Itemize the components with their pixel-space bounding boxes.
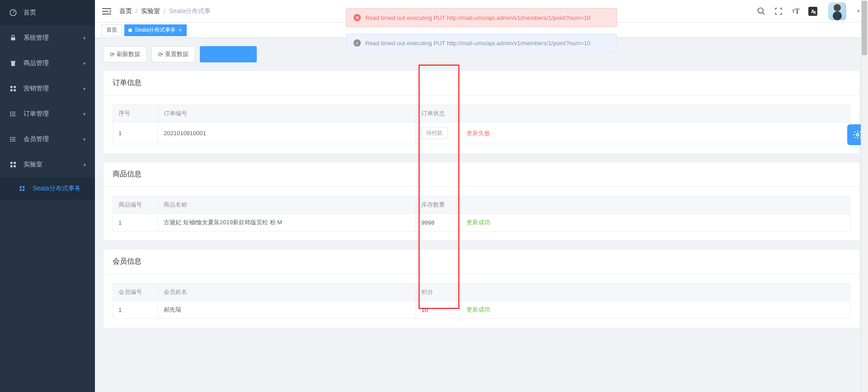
product-panel: 商品信息 商品编号 商品名称 库存数量 1 古黛妃 短袖t恤女夏装2019新款韩… — [103, 162, 860, 241]
panel-title: 订单信息 — [104, 71, 859, 95]
language-icon[interactable]: A文 — [808, 7, 817, 16]
avatar[interactable] — [828, 2, 846, 20]
svg-rect-3 — [14, 86, 16, 88]
breadcrumb: 首页 / 实验室 / Seata分布式事 — [119, 7, 211, 15]
chevron-down-icon: ▾ — [83, 137, 86, 142]
info-icon: i — [354, 39, 361, 47]
table-header: 订单编号 — [158, 105, 416, 123]
order-panel: 订单信息 序号 订单编号 订单状态 1 2021010910001 — [103, 71, 860, 154]
cell-name: 古黛妃 短袖t恤女夏装2019新款韩版宽松 粉 M — [158, 214, 416, 231]
svg-point-31 — [856, 133, 859, 136]
list-icon — [9, 135, 17, 143]
svg-rect-22 — [20, 186, 22, 188]
table-header — [461, 105, 850, 123]
breadcrumb-item[interactable]: 实验室 — [141, 7, 160, 15]
cell-result: 更新失败 — [461, 123, 850, 144]
caret-down-icon[interactable]: ▼ — [856, 9, 861, 14]
table-header: 商品编号 — [113, 196, 158, 214]
order-table: 序号 订单编号 订单状态 1 2021010910001 待付款 更新失败 — [113, 104, 850, 144]
svg-rect-20 — [10, 165, 13, 167]
sidebar-item-seata[interactable]: Seata分布式事务 — [0, 177, 95, 200]
svg-point-29 — [758, 8, 764, 13]
cell-idx: 1 — [113, 123, 158, 144]
sidebar-item-order[interactable]: 订单管理 ▾ — [0, 101, 95, 127]
chevron-down-icon: ▾ — [83, 35, 86, 41]
tab-home[interactable]: 首页 — [101, 24, 122, 36]
svg-rect-25 — [23, 189, 24, 191]
sidebar-item-lab[interactable]: 实验室 ▾ — [0, 152, 95, 177]
grid-icon — [9, 85, 17, 93]
primary-action-button[interactable] — [200, 46, 257, 62]
close-icon[interactable]: × — [179, 28, 182, 33]
sidebar-item-label: 订单管理 — [24, 110, 83, 118]
breadcrumb-sep: / — [164, 8, 165, 15]
dashboard-icon — [9, 9, 17, 17]
button-label: 刷新数据 — [117, 50, 140, 58]
topbar-right: TT A文 ▼ — [757, 2, 861, 20]
status-tag[interactable]: 待付款 — [421, 127, 448, 139]
svg-rect-19 — [14, 162, 16, 164]
scrollbar[interactable] — [861, 0, 868, 392]
refresh-button[interactable]: ⟳ 刷新数据 — [103, 46, 147, 62]
tab-seata[interactable]: Seata分布式事务 × — [124, 24, 187, 36]
cell-status: 待付款 — [416, 123, 461, 144]
table-header — [461, 283, 850, 301]
sidebar-item-member[interactable]: 会员管理 ▾ — [0, 127, 95, 152]
sidebar-item-label: 系统管理 — [24, 34, 83, 42]
table-row: 1 古黛妃 短袖t恤女夏装2019新款韩版宽松 粉 M 9998 更新成功 — [113, 214, 850, 231]
result-text: 更新成功 — [467, 306, 490, 313]
table-header: 订单状态 — [416, 105, 461, 123]
list-icon — [9, 110, 17, 118]
sidebar-item-home[interactable]: 首页 — [0, 0, 95, 25]
table-header: 会员姓名 — [158, 283, 416, 301]
reset-button[interactable]: ⟳ 重置数据 — [151, 46, 195, 62]
hamburger-icon[interactable] — [102, 7, 111, 16]
font-size-icon[interactable]: TT — [791, 7, 800, 16]
breadcrumb-item[interactable]: 首页 — [119, 7, 132, 15]
search-icon[interactable] — [757, 7, 766, 16]
grid-icon — [9, 161, 17, 169]
svg-line-30 — [763, 12, 765, 14]
member-panel: 会员信息 会员编号 会员姓名 积分 1 郝先瑞 10 — [103, 249, 860, 328]
svg-point-11 — [10, 115, 11, 116]
svg-rect-24 — [20, 189, 22, 191]
panel-title: 会员信息 — [104, 250, 859, 274]
error-icon: ✕ — [354, 14, 361, 21]
svg-rect-5 — [14, 89, 16, 91]
cell-stock: 9998 — [416, 214, 461, 231]
result-text: 更新失败 — [467, 130, 490, 137]
chevron-down-icon: ▾ — [83, 111, 86, 117]
table-header — [461, 196, 850, 214]
cell-idx: 1 — [113, 301, 158, 319]
svg-rect-18 — [10, 162, 13, 164]
alert-info: i Read timed out executing PUT http://ma… — [346, 33, 617, 52]
refresh-icon: ⟳ — [158, 51, 163, 58]
sidebar-item-label: Seata分布式事务 — [33, 184, 86, 193]
svg-point-16 — [10, 139, 11, 139]
svg-rect-4 — [10, 89, 13, 91]
shirt-icon — [9, 59, 17, 67]
sidebar-item-system[interactable]: 系统管理 ▾ — [0, 25, 95, 51]
scrollbar-thumb[interactable] — [862, 1, 867, 55]
sidebar-item-marketing[interactable]: 营销管理 ▾ — [0, 76, 95, 101]
svg-point-15 — [10, 137, 11, 137]
alerts-container: ✕ Read timed out executing PUT http://ma… — [346, 8, 617, 59]
tab-label: Seata分布式事务 — [135, 26, 176, 34]
svg-rect-1 — [11, 38, 15, 41]
cell-result: 更新成功 — [461, 301, 850, 319]
cell-result: 更新成功 — [461, 214, 850, 231]
tab-label: 首页 — [106, 26, 117, 34]
alert-error: ✕ Read timed out executing PUT http://ma… — [346, 8, 617, 27]
fullscreen-icon[interactable] — [774, 7, 783, 16]
svg-point-9 — [10, 112, 11, 112]
sidebar-item-label: 首页 — [24, 9, 86, 17]
sidebar-item-label: 会员管理 — [24, 135, 83, 143]
table-header: 库存数量 — [416, 196, 461, 214]
sidebar: 首页 系统管理 ▾ 商品管理 ▾ 营销管理 ▾ 订单 — [0, 0, 95, 392]
table-header: 序号 — [113, 105, 158, 123]
cell-points: 10 — [416, 301, 461, 319]
svg-point-17 — [10, 141, 11, 141]
product-table: 商品编号 商品名称 库存数量 1 古黛妃 短袖t恤女夏装2019新款韩版宽松 粉… — [113, 196, 850, 231]
sidebar-item-product[interactable]: 商品管理 ▾ — [0, 51, 95, 76]
alert-text: Read timed out executing PUT http://mall… — [365, 40, 590, 47]
